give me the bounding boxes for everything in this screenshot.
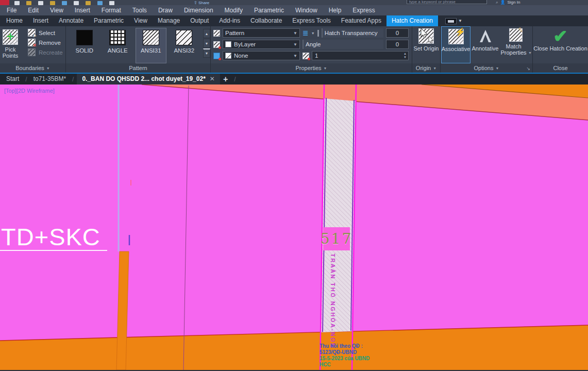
- hatch-color-dropdown[interactable]: ByLayer▼: [223, 40, 300, 49]
- qat-icon-2[interactable]: [38, 1, 43, 5]
- panel-title-pattern: Pattern: [66, 63, 210, 73]
- close-hatch-creation-button[interactable]: ✔ Close Hatch Creation: [533, 26, 587, 63]
- hatch-type-dropdown[interactable]: Pattern▼: [223, 28, 300, 38]
- pattern-swatch-ansi31[interactable]: ANSI31: [136, 28, 166, 63]
- associative-button[interactable]: ⚡ Associative: [441, 26, 471, 63]
- select-button[interactable]: ➤ Select: [28, 29, 63, 37]
- ribbon-tab-add-ins[interactable]: Add-ins: [214, 15, 245, 26]
- land-use-underline: [0, 250, 107, 251]
- qat-icon-3[interactable]: [50, 1, 55, 5]
- close-tab-icon[interactable]: ✕: [210, 74, 215, 85]
- file-tab-0[interactable]: Start: [3, 74, 22, 85]
- search-icon[interactable]: ⌕: [496, 0, 498, 5]
- qat-icon-7[interactable]: [97, 1, 103, 5]
- file-tab-1[interactable]: to71-35BM*: [30, 74, 69, 85]
- pattern-angle-icon: [109, 30, 126, 45]
- cursor-icon: [428, 36, 434, 44]
- menu-parametric[interactable]: Parametric: [248, 5, 290, 15]
- viewport-controls-label[interactable]: [Top][2D Wireframe]: [4, 88, 55, 94]
- pattern-swatch-label: ANSI31: [141, 47, 161, 54]
- scale-input[interactable]: 1 ▲▼: [312, 51, 409, 60]
- search-input[interactable]: type a keyword or phrase: [407, 0, 487, 4]
- ribbon-tab-manage[interactable]: Manage: [153, 15, 185, 26]
- revocation-note-line-3: 15-5-2023 của UBND: [320, 356, 381, 362]
- menu-draw[interactable]: Draw: [153, 5, 178, 15]
- app-logo-icon[interactable]: [0, 0, 9, 5]
- menu-modify[interactable]: Modify: [219, 5, 248, 15]
- green-check-icon: ✔: [553, 28, 568, 44]
- chevron-down-icon: ▼: [433, 66, 436, 70]
- layers-icon[interactable]: ≣: [303, 29, 309, 37]
- new-tab-button[interactable]: +: [220, 75, 231, 84]
- menu-express[interactable]: Express: [347, 5, 380, 15]
- menu-insert[interactable]: Insert: [69, 5, 96, 15]
- menu-window[interactable]: Window: [290, 5, 323, 15]
- annotative-button[interactable]: Annotative: [471, 26, 500, 63]
- qat-icon-5[interactable]: [74, 1, 79, 5]
- recreate-button: Recreate: [28, 48, 63, 56]
- panel-title-origin[interactable]: Origin▼: [412, 63, 440, 73]
- hatch-color-icon: [213, 41, 220, 48]
- chevron-down-icon: ▼: [495, 66, 499, 70]
- ribbon-tab-collaborate[interactable]: Collaborate: [245, 15, 287, 26]
- chevron-down-icon[interactable]: ▼: [528, 51, 532, 55]
- transparency-label: Hatch Transparency: [322, 28, 383, 38]
- pattern-swatch-solid[interactable]: SOLID: [69, 28, 100, 63]
- ribbon-tab-annotate[interactable]: Annotate: [54, 15, 89, 26]
- ribbon-tab-insert[interactable]: Insert: [28, 15, 54, 26]
- gallery-expand-icon[interactable]: ▼: [203, 48, 210, 58]
- file-tab-2[interactable]: 0._BAN DO QHSDD 2... chot duyet_19_02*✕: [77, 74, 220, 85]
- menu-view[interactable]: View: [44, 5, 69, 15]
- angle-value[interactable]: 0: [386, 40, 409, 49]
- chevron-down-icon[interactable]: ▼: [311, 31, 315, 35]
- pick-points-button[interactable]: + Pick Points: [0, 27, 24, 63]
- match-properties-button[interactable]: ✎ Match Properties ▼: [500, 26, 532, 63]
- panel-title-boundaries[interactable]: Boundaries▼: [0, 63, 65, 73]
- menu-dimension[interactable]: Dimension: [178, 5, 219, 15]
- ribbon-tab-hatch-creation[interactable]: Hatch Creation: [387, 15, 438, 26]
- qat-icon-8[interactable]: [109, 1, 114, 5]
- transparency-value[interactable]: 0: [386, 28, 409, 38]
- ribbon-display-toggle[interactable]: ▼: [445, 18, 462, 24]
- panel-close: ✔ Close Hatch Creation Close: [533, 26, 588, 73]
- ribbon-tab-view[interactable]: View: [129, 15, 153, 26]
- qat-icon-1[interactable]: [26, 1, 31, 5]
- ribbon-tab-home[interactable]: Home: [1, 15, 28, 26]
- pattern-swatch-ansi32[interactable]: ANSI32: [169, 28, 200, 63]
- file-tab-label: to71-35BM*: [33, 74, 66, 85]
- signin-button[interactable]: ⌕ 👤 Sign In: [496, 0, 520, 5]
- ribbon-tab-parametric[interactable]: Parametric: [89, 15, 129, 26]
- qat-icon-6[interactable]: [86, 1, 91, 5]
- qat-icon-0[interactable]: [14, 1, 20, 5]
- transparency-slider-icon[interactable]: [317, 30, 319, 37]
- chevron-down-icon: ▼: [293, 31, 297, 36]
- panel-title-options[interactable]: Options▼ ↘: [441, 63, 532, 73]
- ribbon-tab-featured-apps[interactable]: Featured Apps: [336, 15, 387, 26]
- gallery-up-icon[interactable]: ▲: [203, 29, 210, 38]
- menu-format[interactable]: Format: [96, 5, 127, 15]
- ribbon-tab-output[interactable]: Output: [185, 15, 214, 26]
- ribbon-display-icon: [445, 18, 457, 24]
- menu-help[interactable]: Help: [323, 5, 347, 15]
- panel-launcher-icon[interactable]: ↘: [526, 66, 530, 71]
- remove-button[interactable]: ✕ Remove: [28, 39, 63, 46]
- hatch-type-icon: [213, 30, 220, 37]
- menu-tools[interactable]: Tools: [127, 5, 153, 15]
- file-tab-label: 0._BAN DO QHSDD 2... chot duyet_19_02*: [82, 74, 205, 85]
- drawing-canvas[interactable]: [Top][2D Wireframe] ITD+SKC 517 TRAÀN TH…: [0, 85, 588, 370]
- qat-icon-4[interactable]: [62, 1, 67, 5]
- menu-file[interactable]: File: [1, 5, 22, 15]
- background-color-dropdown[interactable]: None▼: [223, 51, 300, 60]
- menu-edit[interactable]: Edit: [22, 5, 44, 15]
- scale-spinner[interactable]: ▲▼: [402, 52, 408, 60]
- chevron-down-icon: ▼: [293, 42, 297, 47]
- land-use-label: ITD+SKC: [0, 223, 100, 251]
- pattern-swatch-angle[interactable]: ANGLE: [103, 28, 133, 63]
- gallery-down-icon[interactable]: ▼: [203, 39, 210, 48]
- background-color-icon: [213, 53, 220, 59]
- select-icon: ➤: [28, 29, 36, 37]
- panel-title-properties[interactable]: Properties▼: [211, 63, 412, 73]
- chevron-down-icon: ▼: [458, 19, 462, 23]
- share-icon[interactable]: ⇪ Share: [194, 1, 209, 5]
- ribbon-tab-express-tools[interactable]: Express Tools: [287, 15, 335, 26]
